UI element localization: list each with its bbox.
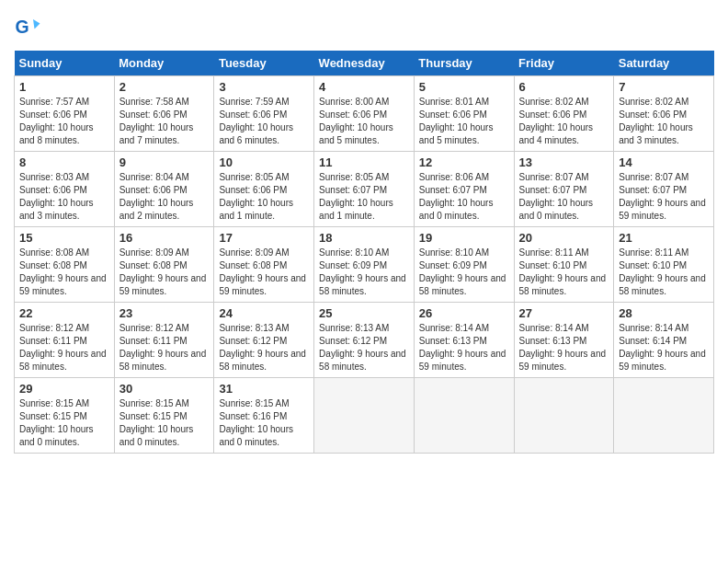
day-number: 12 [419, 155, 509, 169]
cell-info: Sunrise: 8:01 AMSunset: 6:06 PMDaylight:… [419, 97, 494, 145]
calendar-cell: 12 Sunrise: 8:06 AMSunset: 6:07 PMDaylig… [414, 152, 514, 227]
cell-info: Sunrise: 8:06 AMSunset: 6:07 PMDaylight:… [419, 172, 494, 221]
calendar-cell: 6 Sunrise: 8:02 AMSunset: 6:06 PMDayligh… [514, 76, 614, 152]
col-sunday: Sunday [15, 51, 115, 76]
cell-info: Sunrise: 8:15 AMSunset: 6:15 PMDaylight:… [19, 398, 94, 447]
day-number: 14 [619, 155, 709, 169]
cell-info: Sunrise: 8:14 AMSunset: 6:13 PMDaylight:… [519, 323, 607, 372]
svg-marker-1 [33, 19, 40, 29]
cell-info: Sunrise: 8:03 AMSunset: 6:06 PMDaylight:… [19, 172, 94, 221]
col-tuesday: Tuesday [214, 51, 314, 76]
cell-info: Sunrise: 8:09 AMSunset: 6:08 PMDaylight:… [119, 247, 207, 296]
cell-info: Sunrise: 8:12 AMSunset: 6:11 PMDaylight:… [119, 323, 207, 372]
calendar-cell: 19 Sunrise: 8:10 AMSunset: 6:09 PMDaylig… [414, 227, 514, 303]
calendar-cell: 4 Sunrise: 8:00 AMSunset: 6:06 PMDayligh… [314, 76, 415, 152]
cell-info: Sunrise: 8:13 AMSunset: 6:12 PMDaylight:… [219, 323, 306, 372]
calendar-row: 29 Sunrise: 8:15 AMSunset: 6:15 PMDaylig… [15, 378, 714, 454]
day-number: 18 [319, 231, 409, 245]
calendar-cell: 21 Sunrise: 8:11 AMSunset: 6:10 PMDaylig… [614, 227, 714, 303]
calendar-cell: 28 Sunrise: 8:14 AMSunset: 6:14 PMDaylig… [614, 303, 714, 378]
calendar-cell: 27 Sunrise: 8:14 AMSunset: 6:13 PMDaylig… [514, 303, 614, 378]
day-number: 13 [519, 155, 609, 169]
calendar-cell: 29 Sunrise: 8:15 AMSunset: 6:15 PMDaylig… [15, 378, 115, 454]
calendar-row: 8 Sunrise: 8:03 AMSunset: 6:06 PMDayligh… [15, 152, 714, 227]
calendar-row: 1 Sunrise: 7:57 AMSunset: 6:06 PMDayligh… [15, 76, 714, 152]
calendar-cell: 8 Sunrise: 8:03 AMSunset: 6:06 PMDayligh… [15, 152, 115, 227]
cell-info: Sunrise: 8:15 AMSunset: 6:16 PMDaylight:… [219, 398, 293, 447]
day-number: 21 [619, 231, 709, 245]
day-number: 1 [19, 80, 109, 94]
calendar-cell: 13 Sunrise: 8:07 AMSunset: 6:07 PMDaylig… [514, 152, 614, 227]
cell-info: Sunrise: 8:05 AMSunset: 6:06 PMDaylight:… [219, 172, 293, 221]
calendar-cell: 31 Sunrise: 8:15 AMSunset: 6:16 PMDaylig… [214, 378, 314, 454]
day-number: 24 [219, 306, 309, 320]
calendar-cell: 18 Sunrise: 8:10 AMSunset: 6:09 PMDaylig… [314, 227, 415, 303]
calendar-cell: 9 Sunrise: 8:04 AMSunset: 6:06 PMDayligh… [114, 152, 214, 227]
cell-info: Sunrise: 7:57 AMSunset: 6:06 PMDaylight:… [19, 97, 94, 145]
calendar-cell [414, 378, 514, 454]
svg-text:G: G [16, 17, 29, 37]
calendar-cell [314, 378, 415, 454]
day-number: 31 [219, 382, 309, 396]
day-number: 11 [319, 155, 409, 169]
col-friday: Friday [514, 51, 614, 76]
cell-info: Sunrise: 8:09 AMSunset: 6:08 PMDaylight:… [219, 247, 306, 296]
logo-icon: G [14, 14, 41, 41]
cell-info: Sunrise: 8:12 AMSunset: 6:11 PMDaylight:… [19, 323, 107, 372]
col-monday: Monday [114, 51, 214, 76]
day-number: 28 [619, 306, 709, 320]
col-thursday: Thursday [414, 51, 514, 76]
calendar-cell: 20 Sunrise: 8:11 AMSunset: 6:10 PMDaylig… [514, 227, 614, 303]
col-wednesday: Wednesday [314, 51, 415, 76]
calendar-cell: 17 Sunrise: 8:09 AMSunset: 6:08 PMDaylig… [214, 227, 314, 303]
day-number: 20 [519, 231, 609, 245]
day-number: 17 [219, 231, 309, 245]
cell-info: Sunrise: 8:11 AMSunset: 6:10 PMDaylight:… [619, 247, 706, 296]
cell-info: Sunrise: 8:08 AMSunset: 6:08 PMDaylight:… [19, 247, 107, 296]
calendar-cell: 23 Sunrise: 8:12 AMSunset: 6:11 PMDaylig… [114, 303, 214, 378]
calendar-cell: 7 Sunrise: 8:02 AMSunset: 6:06 PMDayligh… [614, 76, 714, 152]
calendar-row: 22 Sunrise: 8:12 AMSunset: 6:11 PMDaylig… [15, 303, 714, 378]
day-number: 4 [319, 80, 409, 94]
calendar-cell: 5 Sunrise: 8:01 AMSunset: 6:06 PMDayligh… [414, 76, 514, 152]
day-number: 30 [119, 382, 210, 396]
calendar-cell: 26 Sunrise: 8:14 AMSunset: 6:13 PMDaylig… [414, 303, 514, 378]
calendar-cell: 25 Sunrise: 8:13 AMSunset: 6:12 PMDaylig… [314, 303, 415, 378]
cell-info: Sunrise: 8:10 AMSunset: 6:09 PMDaylight:… [419, 247, 506, 296]
calendar-table: Sunday Monday Tuesday Wednesday Thursday… [14, 51, 714, 454]
calendar-cell [614, 378, 714, 454]
cell-info: Sunrise: 8:14 AMSunset: 6:14 PMDaylight:… [619, 323, 706, 372]
calendar-cell: 15 Sunrise: 8:08 AMSunset: 6:08 PMDaylig… [15, 227, 115, 303]
calendar-cell: 16 Sunrise: 8:09 AMSunset: 6:08 PMDaylig… [114, 227, 214, 303]
cell-info: Sunrise: 8:14 AMSunset: 6:13 PMDaylight:… [419, 323, 506, 372]
cell-info: Sunrise: 8:04 AMSunset: 6:06 PMDaylight:… [119, 172, 194, 221]
cell-info: Sunrise: 8:02 AMSunset: 6:06 PMDaylight:… [619, 97, 693, 145]
day-number: 27 [519, 306, 609, 320]
day-number: 3 [219, 80, 309, 94]
calendar-row: 15 Sunrise: 8:08 AMSunset: 6:08 PMDaylig… [15, 227, 714, 303]
day-number: 2 [119, 80, 210, 94]
calendar-cell: 11 Sunrise: 8:05 AMSunset: 6:07 PMDaylig… [314, 152, 415, 227]
day-number: 23 [119, 306, 210, 320]
calendar-cell: 22 Sunrise: 8:12 AMSunset: 6:11 PMDaylig… [15, 303, 115, 378]
header-row: Sunday Monday Tuesday Wednesday Thursday… [15, 51, 714, 76]
day-number: 6 [519, 80, 609, 94]
cell-info: Sunrise: 8:00 AMSunset: 6:06 PMDaylight:… [319, 97, 393, 145]
day-number: 10 [219, 155, 309, 169]
cell-info: Sunrise: 7:58 AMSunset: 6:06 PMDaylight:… [119, 97, 194, 145]
day-number: 9 [119, 155, 210, 169]
day-number: 7 [619, 80, 709, 94]
calendar-cell: 30 Sunrise: 8:15 AMSunset: 6:15 PMDaylig… [114, 378, 214, 454]
calendar-cell: 24 Sunrise: 8:13 AMSunset: 6:12 PMDaylig… [214, 303, 314, 378]
calendar-cell: 2 Sunrise: 7:58 AMSunset: 6:06 PMDayligh… [114, 76, 214, 152]
calendar-cell: 3 Sunrise: 7:59 AMSunset: 6:06 PMDayligh… [214, 76, 314, 152]
day-number: 15 [19, 231, 109, 245]
calendar-cell: 1 Sunrise: 7:57 AMSunset: 6:06 PMDayligh… [15, 76, 115, 152]
logo: G [14, 14, 43, 41]
cell-info: Sunrise: 8:11 AMSunset: 6:10 PMDaylight:… [519, 247, 607, 296]
cell-info: Sunrise: 8:07 AMSunset: 6:07 PMDaylight:… [619, 172, 706, 221]
calendar-cell: 14 Sunrise: 8:07 AMSunset: 6:07 PMDaylig… [614, 152, 714, 227]
day-number: 26 [419, 306, 509, 320]
day-number: 5 [419, 80, 509, 94]
day-number: 22 [19, 306, 109, 320]
